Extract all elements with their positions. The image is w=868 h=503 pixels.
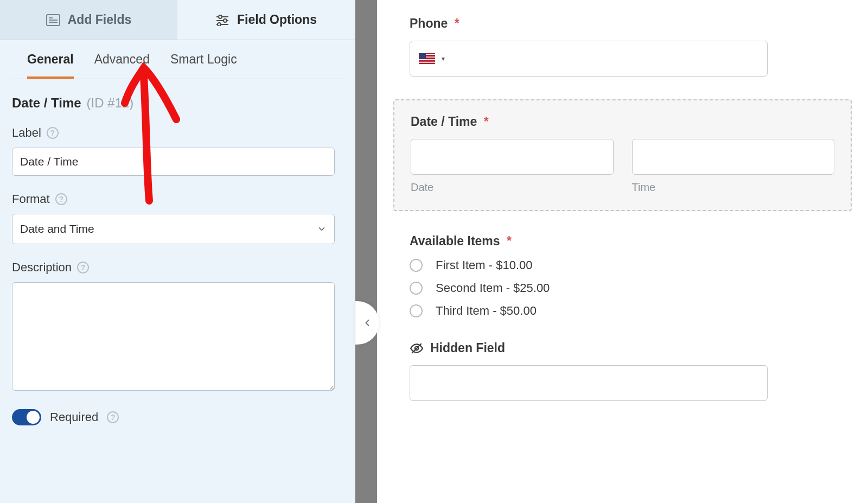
field-options-panel: Add Fields Field Options General Advance… [0,0,355,503]
radio-icon [410,282,423,295]
item-option-label: Third Item - $50.00 [436,304,537,318]
label-row: Label ? [12,126,344,176]
phone-label: Phone [410,16,448,30]
toggle-knob [27,411,40,424]
date-input[interactable] [411,139,614,175]
items-label: Available Items [410,234,500,248]
preview-datetime-selected[interactable]: Date / Time * Date Time [393,99,852,211]
tab-add-fields[interactable]: Add Fields [0,0,177,40]
label-input[interactable] [12,148,335,176]
hidden-input[interactable] [410,365,768,401]
eye-slash-icon [410,341,424,355]
time-input[interactable] [632,139,835,175]
item-option-label: Second Item - $25.00 [436,281,550,295]
datetime-label: Date / Time [411,114,477,129]
format-select[interactable]: Date and Time [12,214,335,244]
required-star: * [455,16,459,30]
sub-tabs: General Advanced Smart Logic [11,40,344,79]
panel-divider [355,0,377,503]
chevron-down-icon [317,224,327,234]
preview-phone[interactable]: Phone * ▼ [410,16,768,77]
chevron-left-icon [362,315,373,330]
top-tabs: Add Fields Field Options [0,0,355,40]
preview-hidden[interactable]: Hidden Field [410,341,768,401]
phone-input[interactable]: ▼ [410,41,768,77]
svg-point-7 [224,19,227,22]
svg-point-9 [218,23,221,26]
help-icon[interactable]: ? [55,193,67,205]
description-textarea[interactable] [12,282,335,391]
hidden-label: Hidden Field [430,341,505,355]
radio-icon [410,304,423,317]
label-caption: Label [12,126,41,140]
date-sublabel: Date [411,181,614,194]
field-name: Date / Time [12,95,81,111]
subtab-smart-logic[interactable]: Smart Logic [170,52,237,79]
tab-field-options-label: Field Options [237,12,317,27]
form-fields-icon [46,14,60,26]
flag-caret-icon[interactable]: ▼ [441,56,446,62]
help-icon[interactable]: ? [47,127,59,139]
help-icon[interactable]: ? [107,411,119,423]
required-label: Required [50,410,98,424]
svg-point-5 [219,15,222,18]
item-option-label: First Item - $10.00 [436,258,533,272]
description-row: Description ? [12,260,344,393]
item-option[interactable]: First Item - $10.00 [410,258,768,272]
panel-body: Date / Time (ID #12) Label ? Format ? Da… [0,79,355,436]
item-option[interactable]: Third Item - $50.00 [410,304,768,318]
sliders-icon [215,14,229,26]
required-star: * [484,114,489,129]
required-star: * [507,234,512,248]
time-sublabel: Time [632,181,835,194]
flag-us-icon[interactable] [419,53,435,64]
format-value: Date and Time [20,222,94,235]
tab-field-options[interactable]: Field Options [177,0,355,40]
tab-add-fields-label: Add Fields [68,12,132,27]
format-caption: Format [12,192,50,206]
subtab-advanced[interactable]: Advanced [94,52,150,79]
field-header: Date / Time (ID #12) [12,95,344,111]
subtab-general[interactable]: General [27,52,74,79]
help-icon[interactable]: ? [77,262,89,273]
field-id: (ID #12) [87,95,134,111]
required-row: Required ? [12,409,344,425]
format-row: Format ? Date and Time [12,192,344,244]
radio-icon [410,259,423,272]
form-preview: Phone * ▼ Date / Time * Date Time Availa… [377,0,868,503]
preview-items[interactable]: Available Items * First Item - $10.00 Se… [410,234,768,318]
item-option[interactable]: Second Item - $25.00 [410,281,768,295]
description-caption: Description [12,260,72,275]
required-toggle[interactable] [12,409,41,425]
